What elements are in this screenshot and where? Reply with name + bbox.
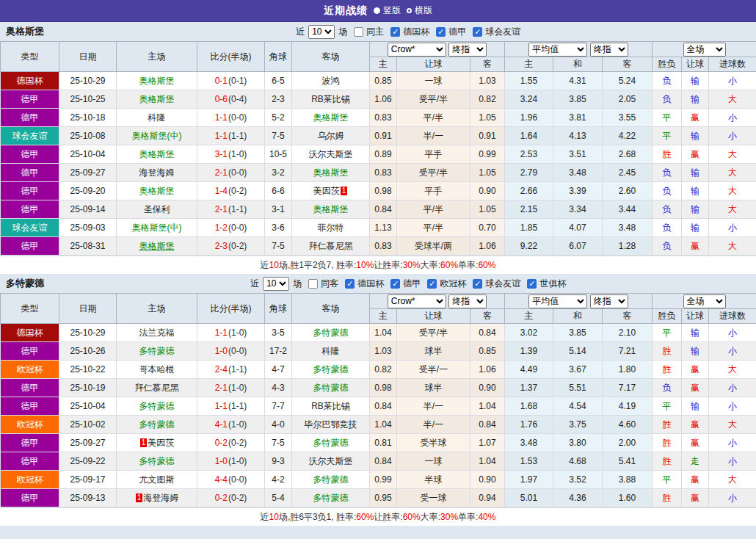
radio-horizontal-layout[interactable]: 横版 — [407, 4, 432, 17]
summary-text: 40% — [478, 512, 495, 522]
avg-source-select[interactable]: 平均值 — [528, 294, 587, 308]
home-team-link[interactable]: 美因茨 — [148, 438, 174, 448]
home-team-link[interactable]: 海登海姆 — [139, 167, 175, 178]
away-team-link[interactable]: 波鸿 — [322, 76, 340, 86]
home-team-link[interactable]: 法兰克福 — [139, 328, 175, 338]
home-team-link[interactable]: 奥格斯堡(中) — [132, 131, 182, 141]
halftime-score: (0-0) — [228, 167, 247, 178]
avg-source-select[interactable]: 平均值 — [528, 43, 587, 57]
avg-draw-odds: 3.52 — [553, 471, 603, 489]
competition-checkbox-欧冠杯[interactable] — [427, 279, 437, 289]
away-team-link[interactable]: 奥格斯堡 — [313, 204, 349, 214]
match-count-select[interactable]: 10 — [308, 25, 335, 39]
filter-competition-label: 球会友谊 — [485, 278, 520, 290]
handicap-home-odds: 0.84 — [370, 200, 397, 219]
away-team-link[interactable]: 沃尔夫斯堡 — [309, 456, 353, 466]
avg-home-odds: 1.55 — [505, 72, 553, 90]
away-team-link[interactable]: 毕尔巴鄂竞技 — [305, 419, 357, 430]
fulltime-score: 3-1 — [215, 149, 228, 159]
match-score: 2-1(1-1) — [197, 200, 265, 219]
away-team-link[interactable]: 沃尔夫斯堡 — [309, 149, 353, 159]
home-team-link[interactable]: 奥格斯堡(中) — [132, 223, 182, 233]
home-team-link[interactable]: 海登海姆 — [143, 493, 178, 503]
match-row: 德甲25-08-31奥格斯堡2-3(0-2)7-5拜仁慕尼黑0.83受球半/两1… — [1, 237, 756, 256]
fulltime-score: 0-2 — [215, 493, 228, 503]
home-team-link[interactable]: 多特蒙德 — [139, 401, 175, 411]
match-score: 0-2(0-2) — [197, 434, 265, 452]
away-team-link[interactable]: 多特蒙德 — [313, 383, 349, 393]
match-row: 欧冠杯25-10-22哥本哈根2-4(1-1)4-7多特蒙德0.82受半/一1.… — [1, 361, 756, 379]
away-team-link[interactable]: 美因茨 — [313, 186, 340, 196]
title-bar: 近期战绩 竖版 横版 — [0, 0, 756, 22]
avg-time-select[interactable]: 终指 — [590, 294, 628, 308]
away-team-link[interactable]: 乌尔姆 — [318, 131, 344, 141]
away-team-link[interactable]: 多特蒙德 — [313, 474, 349, 485]
radio-unselected-icon[interactable] — [407, 8, 412, 13]
away-team-link[interactable]: 奥格斯堡 — [313, 167, 349, 178]
scope-select[interactable]: 全场 — [683, 294, 726, 308]
home-team-link[interactable]: 多特蒙德 — [139, 456, 175, 466]
away-team-link[interactable]: 多特蒙德 — [313, 438, 349, 448]
competition-checkbox-德甲[interactable] — [436, 27, 446, 37]
match-row: 德甲25-10-04奥格斯堡3-1(1-0)10-5沃尔夫斯堡0.89平手0.9… — [1, 145, 756, 164]
subcol-result-outcome: 胜负 — [653, 309, 682, 324]
handicap-away-odds: 0.84 — [470, 416, 505, 434]
away-team-link[interactable]: RB莱比锡 — [311, 401, 350, 411]
corner-count: 3-5 — [265, 324, 292, 342]
odds-source-select[interactable]: Crow* — [388, 294, 446, 308]
away-team-link[interactable]: 多特蒙德 — [313, 493, 349, 503]
home-team-cell: 奥格斯堡 — [117, 237, 197, 256]
subcol-handicap-line: 让球 — [397, 57, 470, 72]
home-team-link[interactable]: 多特蒙德 — [139, 346, 175, 356]
odds-time-select[interactable]: 终指 — [448, 294, 487, 308]
col-header-away: 客场 — [292, 42, 370, 72]
match-count-select[interactable]: 10 — [263, 277, 289, 291]
away-team-link[interactable]: 多特蒙德 — [313, 364, 349, 375]
away-team-link[interactable]: 多特蒙德 — [313, 328, 349, 338]
summary-text: 30% — [440, 512, 458, 522]
subcol-result-handicap: 让球 — [682, 57, 709, 72]
away-team-link[interactable]: 奥格斯堡 — [313, 112, 349, 123]
col-header-date: 日期 — [59, 294, 117, 324]
handicap-away-odds: 1.06 — [470, 237, 505, 256]
home-team-link[interactable]: 奥格斯堡 — [139, 76, 175, 86]
home-team-link[interactable]: 奥格斯堡 — [139, 149, 175, 159]
away-team-cell: 奥格斯堡 — [292, 164, 370, 182]
home-team-link[interactable]: 圣保利 — [144, 204, 170, 214]
home-team-link[interactable]: 尤文图斯 — [139, 474, 175, 485]
odds-time-select[interactable]: 终指 — [448, 43, 487, 57]
radio-selected-icon[interactable] — [374, 7, 380, 14]
home-team-link[interactable]: 哥本哈根 — [139, 364, 175, 375]
away-team-link[interactable]: 拜仁慕尼黑 — [309, 241, 353, 251]
avg-home-odds: 2.79 — [505, 164, 553, 182]
competition-checkbox-德甲[interactable] — [390, 279, 400, 289]
avg-draw-odds: 3.81 — [553, 109, 603, 127]
avg-home-odds: 9.22 — [505, 237, 553, 256]
competition-checkbox-德国杯[interactable] — [345, 279, 355, 289]
home-team-link[interactable]: 拜仁慕尼黑 — [135, 383, 179, 393]
scope-select[interactable]: 全场 — [683, 43, 726, 57]
home-team-link[interactable]: 多特蒙德 — [139, 419, 175, 430]
avg-time-select[interactable]: 终指 — [590, 43, 628, 57]
home-team-link[interactable]: 奥格斯堡 — [139, 241, 175, 251]
competition-checkbox-球会友谊[interactable] — [473, 27, 482, 37]
radio-vertical-layout[interactable]: 竖版 — [374, 4, 401, 17]
away-team-link[interactable]: RB莱比锡 — [311, 94, 350, 104]
home-team-link[interactable]: 科隆 — [148, 112, 166, 123]
away-team-cell: 多特蒙德 — [292, 471, 370, 489]
col-header-home: 主场 — [117, 42, 197, 72]
home-team-link[interactable]: 奥格斯堡 — [139, 94, 175, 104]
result-goals: 小 — [709, 342, 756, 361]
away-team-link[interactable]: 科隆 — [322, 346, 340, 356]
same-side-checkbox[interactable] — [354, 27, 363, 37]
avg-home-odds: 2.66 — [505, 182, 553, 200]
competition-checkbox-球会友谊[interactable] — [473, 279, 482, 289]
odds-source-select[interactable]: Crow* — [388, 43, 446, 57]
home-team-link[interactable]: 奥格斯堡 — [139, 186, 175, 196]
same-side-checkbox[interactable] — [308, 279, 318, 289]
away-team-link[interactable]: 菲尔特 — [318, 223, 344, 233]
competition-checkbox-世俱杯[interactable] — [527, 279, 537, 289]
competition-checkbox-德国杯[interactable] — [390, 27, 400, 37]
handicap-away-odds: 1.07 — [470, 434, 505, 452]
result-outcome: 平 — [653, 397, 682, 416]
